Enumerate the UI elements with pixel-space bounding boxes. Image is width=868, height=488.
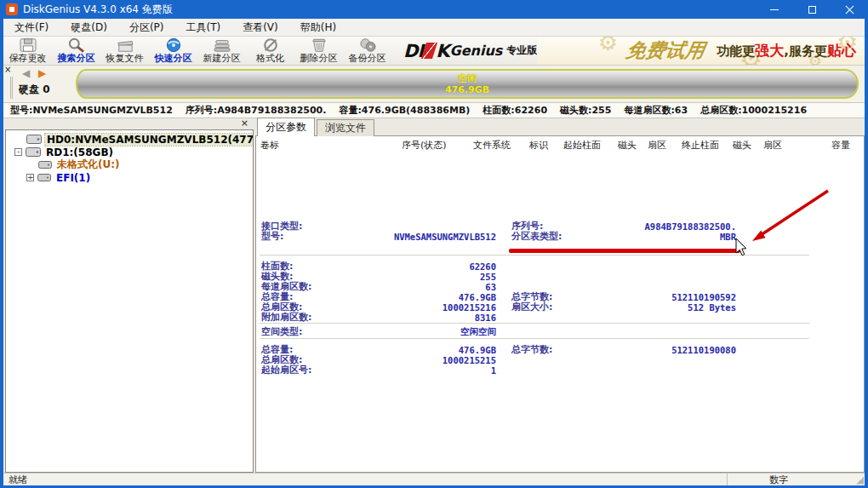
detail-section-1: 柱面数:62260磁头数:255每道扇区数:63总容量:476.9GB总字节数:… <box>256 260 767 321</box>
tree-expander-icon[interactable]: + <box>26 174 34 181</box>
promo-banner[interactable]: ⚙ ⚙ ⚙ ⚙ 免费试用 功能更强大,服务更贴心 <box>537 37 865 65</box>
close-icon <box>845 5 854 14</box>
logo-text: Genius <box>450 43 503 59</box>
detail-value: 476.9GB <box>382 292 496 302</box>
column-header: 扇区 <box>648 139 666 152</box>
column-header: 磁头 <box>618 139 637 152</box>
detail-label: 起始扇区号: <box>256 364 382 376</box>
tree-item-3[interactable]: +EFI(1) <box>6 171 253 184</box>
menu-item-5[interactable]: 帮助(H) <box>289 19 347 37</box>
search-icon <box>67 37 86 53</box>
next-disk-arrow-icon[interactable]: ▶ <box>38 67 49 79</box>
detail-section-0: 接口类型:序列号:A984B79188382500.型号:NVMeSAMSUNG… <box>256 220 767 240</box>
partition-parameters-pane: 卷标序号(状态)文件系统标识起始柱面磁头扇区终止柱面磁头扇区容量接口类型:序列号… <box>255 135 865 473</box>
disk-space-bar[interactable]: 空闲 476.9GB <box>76 69 859 99</box>
prev-disk-arrow-icon[interactable]: ◀ <box>22 67 32 79</box>
disk-info-value: 1000215216 <box>742 105 808 116</box>
toolbar-button-save[interactable]: 保存更改 <box>3 37 52 65</box>
diskgenius-window: DiskGenius V4.3.0 x64 免费版 文件(F)硬盘(D)分区(P… <box>0 0 868 488</box>
disk-info-label: 序列号: <box>186 105 217 116</box>
menu-item-1[interactable]: 硬盘(D) <box>60 19 118 37</box>
toolbar-button-recover-files[interactable]: 恢复文件 <box>100 37 149 65</box>
segment-type-label: 空闲 <box>458 73 477 84</box>
toolbar-button-backup-partition[interactable]: 备份分区 <box>343 37 391 65</box>
minimize-button[interactable] <box>756 0 793 19</box>
detail-value: NVMeSAMSUNGMZVLB512 <box>382 232 496 242</box>
tree-item-2[interactable]: 未格式化(U:) <box>6 158 253 171</box>
detail-value: 1000215215 <box>382 355 496 365</box>
maximize-button[interactable] <box>793 0 831 19</box>
detail-value: MBR <box>615 232 736 242</box>
menu-item-0[interactable]: 文件(F) <box>3 19 60 37</box>
column-header: 卷标 <box>260 139 279 152</box>
disk-info-label: 容量: <box>339 105 361 116</box>
toolbar-button-quick-partition[interactable]: 快速分区 <box>149 37 197 65</box>
red-arrow-annotation <box>758 191 828 237</box>
column-header: 标识 <box>529 139 548 152</box>
status-numeric-label: 数字 <box>728 474 830 486</box>
toolbar-button-label: 搜索分区 <box>58 53 95 64</box>
disk-info-value: A984B79188382500. <box>217 105 326 116</box>
logo-text: K <box>436 41 448 61</box>
menu-item-3[interactable]: 工具(T) <box>174 19 231 37</box>
disk-info-pair: 序列号:A984B79188382500. <box>186 104 327 117</box>
disk-info-label: 每道扇区数: <box>624 105 674 116</box>
detail-value: 255 <box>382 272 496 282</box>
tree-close-icon[interactable]: × <box>241 118 248 128</box>
section-divider <box>260 338 809 339</box>
gear-icon: ⚙ <box>598 37 618 55</box>
disk-icon <box>26 147 41 157</box>
promo-message: 功能更强大,服务更贴心 <box>717 41 856 60</box>
app-logo-icon <box>6 3 18 15</box>
splitter-grip[interactable] <box>10 77 13 99</box>
detail-row: 柱面数:62260 <box>256 260 767 270</box>
tree-item-1[interactable]: -RD1:(58GB) <box>6 146 253 158</box>
disk-info-pair: 每道扇区数:63 <box>624 104 688 117</box>
detail-row: 起始扇区号:1 <box>256 364 767 374</box>
toolbar-button-label: 新建分区 <box>203 53 241 64</box>
toolbar-button-label: 快速分区 <box>155 53 192 64</box>
tree-item-label: EFI(1) <box>54 172 92 184</box>
red-underline-annotation <box>509 249 740 253</box>
detail-value: 512 Bytes <box>615 302 736 313</box>
detail-label: 型号: <box>256 230 382 243</box>
detail-row: 型号:NVMeSAMSUNGMZVLB512分区表类型:MBR <box>256 230 767 240</box>
tab-0[interactable]: 分区参数 <box>257 118 315 136</box>
toolbar-button-label: 格式化 <box>256 53 284 64</box>
minimize-icon <box>770 9 779 10</box>
detail-label: 分区表类型: <box>506 230 615 243</box>
diskgenius-logo: DI K Genius 专业版 <box>403 37 537 65</box>
window-title: DiskGenius V4.3.0 x64 免费版 <box>23 3 756 17</box>
section-divider <box>260 255 809 255</box>
toolbar-button-label: 备份分区 <box>349 53 386 64</box>
panel-close-icon[interactable]: × <box>4 66 11 74</box>
toolbar-button-new-partition[interactable]: 新建分区 <box>197 37 246 65</box>
detail-value: 476.9GB <box>382 345 496 355</box>
detail-label: 空间类型: <box>256 325 382 338</box>
tree-expander-icon[interactable]: - <box>14 148 22 156</box>
recover-files-icon <box>116 37 134 53</box>
maximize-icon <box>808 6 816 14</box>
menu-item-4[interactable]: 查看(V) <box>231 19 289 37</box>
tab-1[interactable]: 浏览文件 <box>317 119 374 136</box>
column-header: 文件系统 <box>473 139 511 152</box>
detail-value: A984B79188382500. <box>615 221 736 232</box>
detail-value: 512110190592 <box>615 292 736 302</box>
disk-info-pair: 容量:476.9GB(488386MB) <box>339 104 470 117</box>
toolbar-button-search[interactable]: 搜索分区 <box>52 37 100 65</box>
detail-row: 总扇区数:1000215216扇区大小:512 Bytes <box>256 301 767 311</box>
detail-row: 磁头数:255 <box>256 270 767 280</box>
toolbar-button-delete-partition[interactable]: 删除分区 <box>294 37 343 65</box>
tree-item-0[interactable]: HD0:NVMeSAMSUNGMZVLB512(477GB) <box>6 133 253 146</box>
toolbar-button-format[interactable]: 格式化 <box>246 37 294 65</box>
detail-section-2: 空间类型:空闲空间 <box>256 325 767 336</box>
disk-info-label: 型号: <box>10 105 32 116</box>
menu-item-2[interactable]: 分区(P) <box>118 19 175 37</box>
promo-trial-text: 免费试用 <box>625 37 707 64</box>
resize-grip[interactable] <box>854 474 865 485</box>
menu-bar: 文件(F)硬盘(D)分区(P)工具(T)查看(V)帮助(H) <box>3 19 865 37</box>
partition-icon <box>38 161 52 169</box>
main-area: × HD0:NVMeSAMSUNGMZVLB512(477GB)-RD1:(58… <box>3 118 865 473</box>
close-button[interactable] <box>831 0 868 19</box>
disk-navigation: ◀ ▶ <box>22 67 49 79</box>
